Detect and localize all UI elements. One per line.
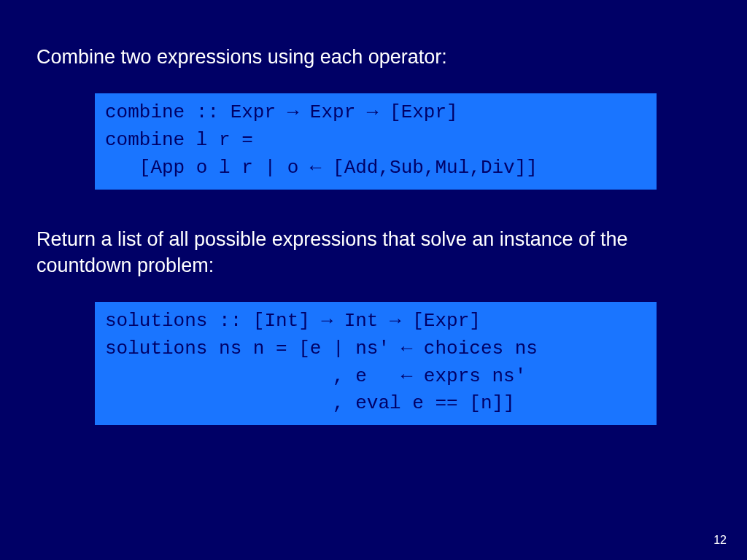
slide-content: Combine two expressions using each opera… — [0, 0, 747, 491]
code-block-combine: combine :: Expr → Expr → [Expr] combine … — [95, 93, 657, 189]
paragraph-1: Combine two expressions using each opera… — [36, 44, 711, 70]
code-block-solutions: solutions :: [Int] → Int → [Expr] soluti… — [95, 302, 657, 425]
page-number: 12 — [713, 534, 727, 547]
paragraph-2: Return a list of all possible expression… — [36, 226, 711, 279]
